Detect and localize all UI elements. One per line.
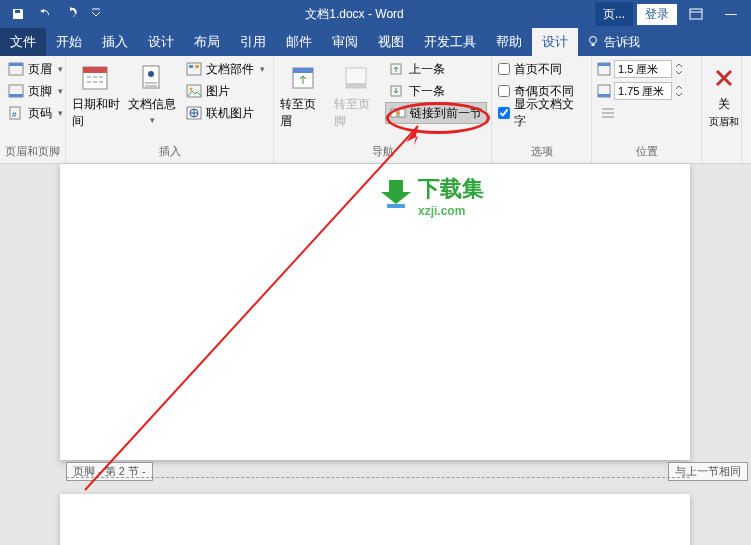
date-time-button[interactable]: 日期和时间	[70, 58, 122, 134]
group-navigation: 转至页眉 转至页脚 上一条 下一条 链接到前一节	[274, 56, 492, 163]
redo-icon	[63, 7, 77, 21]
tab-headerfooter-design[interactable]: 设计	[532, 28, 578, 56]
same-as-previous-label: 与上一节相同	[668, 462, 748, 481]
lightbulb-icon	[586, 35, 600, 49]
document-info-icon	[137, 63, 167, 93]
svg-rect-13	[189, 65, 193, 68]
header-position-icon	[596, 61, 612, 77]
calendar-icon	[81, 63, 111, 93]
footer-from-bottom-input[interactable]: 1.75 厘米	[596, 80, 684, 102]
picture-icon	[186, 84, 202, 98]
header-from-top-input[interactable]: 1.5 厘米	[596, 58, 684, 80]
tab-references[interactable]: 引用	[230, 28, 276, 56]
tab-review[interactable]: 审阅	[322, 28, 368, 56]
document-area[interactable]: 页脚 - 第 2 节 - 与上一节相同 下载集 xzji.com	[0, 164, 751, 545]
ribbon-display-options-button[interactable]	[681, 2, 711, 26]
footer-icon	[8, 84, 24, 98]
tab-layout[interactable]: 布局	[184, 28, 230, 56]
group-options: 首页不同 奇偶页不同 显示文档文字 选项	[492, 56, 592, 163]
different-first-page-checkbox[interactable]: 首页不同	[496, 58, 587, 80]
tab-devtools[interactable]: 开发工具	[414, 28, 486, 56]
svg-point-11	[148, 71, 154, 77]
window-title: 文档1.docx - Word	[114, 6, 595, 23]
show-document-text-checkbox[interactable]: 显示文档文字	[496, 102, 587, 124]
svg-rect-28	[598, 63, 610, 66]
svg-rect-14	[195, 65, 199, 68]
footer-boundary-line	[66, 477, 690, 478]
svg-rect-5	[9, 94, 23, 97]
svg-text:#: #	[12, 110, 17, 119]
tab-design[interactable]: 设计	[138, 28, 184, 56]
group-header-footer: 页眉 页脚 # 页码 页眉和页脚	[0, 56, 66, 163]
insert-alignment-tab-button[interactable]	[596, 102, 684, 124]
group-close: 关 页眉和	[702, 56, 742, 163]
download-arrow-icon	[377, 178, 415, 212]
undo-icon	[36, 7, 52, 21]
quick-access-toolbar	[0, 2, 114, 26]
picture-button[interactable]: 图片	[182, 80, 269, 102]
group-label-navigation: 导航	[278, 143, 487, 161]
svg-rect-3	[9, 63, 23, 66]
header-button[interactable]: 页眉	[4, 58, 67, 80]
online-picture-button[interactable]: 联机图片	[182, 102, 269, 124]
close-header-footer-button[interactable]: 关 页眉和	[706, 58, 742, 133]
svg-rect-12	[187, 63, 201, 75]
spinner-icon[interactable]	[674, 61, 684, 77]
chevron-down-icon	[91, 7, 101, 21]
tab-mailings[interactable]: 邮件	[276, 28, 322, 56]
group-label-header-footer: 页眉和页脚	[4, 143, 61, 161]
redo-button[interactable]	[58, 2, 82, 26]
ribbon-tabs: 文件 开始 插入 设计 布局 引用 邮件 审阅 视图 开发工具 帮助 设计 告诉…	[0, 28, 751, 56]
goto-footer-button[interactable]: 转至页脚	[332, 58, 382, 134]
tab-home[interactable]: 开始	[46, 28, 92, 56]
tell-me-search[interactable]: 告诉我	[578, 28, 648, 56]
tell-me-label: 告诉我	[604, 34, 640, 51]
previous-section-button[interactable]: 上一条	[385, 58, 487, 80]
context-tab-caption: 页...	[595, 2, 633, 26]
doc-parts-button[interactable]: 文档部件	[182, 58, 269, 80]
tab-view[interactable]: 视图	[368, 28, 414, 56]
undo-button[interactable]	[32, 2, 56, 26]
login-button[interactable]: 登录	[637, 4, 677, 25]
title-bar: 文档1.docx - Word 页... 登录 —	[0, 0, 751, 28]
tab-help[interactable]: 帮助	[486, 28, 532, 56]
goto-header-icon	[289, 64, 317, 92]
next-icon	[389, 84, 405, 98]
tab-insert[interactable]: 插入	[92, 28, 138, 56]
footer-position-icon	[596, 83, 612, 99]
tab-file[interactable]: 文件	[0, 28, 46, 56]
previous-icon	[389, 62, 405, 76]
link-icon	[390, 106, 406, 120]
next-section-button[interactable]: 下一条	[385, 80, 487, 102]
group-position: 1.5 厘米 1.75 厘米 位置	[592, 56, 702, 163]
link-to-previous-button[interactable]: 链接到前一节	[385, 102, 487, 124]
document-page-2[interactable]	[60, 494, 690, 545]
group-label-insert: 插入	[70, 143, 269, 161]
page-number-icon: #	[8, 106, 24, 120]
group-label-options: 选项	[496, 143, 587, 161]
doc-info-button[interactable]: 文档信息 ▾	[126, 58, 178, 129]
svg-rect-20	[293, 68, 313, 73]
svg-rect-9	[83, 67, 107, 73]
svg-rect-0	[690, 9, 702, 19]
footer-button[interactable]: 页脚	[4, 80, 67, 102]
quick-parts-icon	[186, 62, 202, 76]
page-number-button[interactable]: # 页码	[4, 102, 67, 124]
svg-point-16	[190, 88, 193, 91]
ribbon: 页眉 页脚 # 页码 页眉和页脚 日期和时间 文档信息	[0, 56, 751, 164]
qat-customize-button[interactable]	[84, 2, 108, 26]
online-picture-icon	[186, 106, 202, 120]
save-button[interactable]	[6, 2, 30, 26]
minimize-button[interactable]: —	[715, 2, 747, 26]
group-label-position: 位置	[596, 143, 697, 161]
close-icon	[712, 66, 736, 90]
goto-footer-icon	[342, 64, 370, 92]
spinner-icon[interactable]	[674, 83, 684, 99]
group-insert: 日期和时间 文档信息 ▾ 文档部件 图片 联机图片	[66, 56, 274, 163]
document-page-1[interactable]	[60, 164, 690, 460]
ribbon-options-icon	[689, 8, 703, 20]
svg-rect-30	[598, 94, 610, 97]
svg-rect-33	[387, 204, 405, 208]
save-icon	[11, 7, 25, 21]
goto-header-button[interactable]: 转至页眉	[278, 58, 328, 134]
